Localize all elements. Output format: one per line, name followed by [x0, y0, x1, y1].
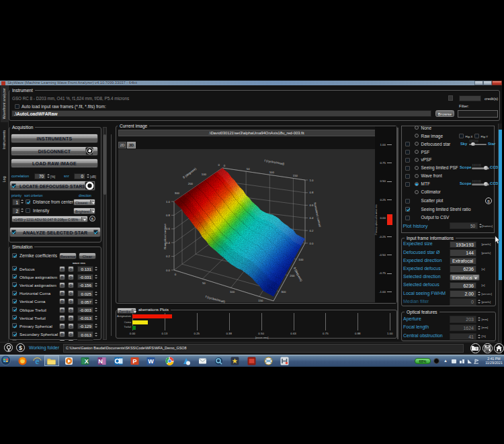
svg-text:0.8: 0.8 — [166, 214, 171, 217]
svg-text:0.2: 0.2 — [166, 255, 171, 258]
svg-text:0.2: 0.2 — [310, 229, 314, 232]
svg-text:0.0: 0.0 — [166, 269, 171, 272]
svg-text:Normalized contrast: Normalized contrast — [313, 202, 322, 228]
svg-text:θ (degrees): θ (degrees) — [182, 167, 197, 179]
svg-text:100: 100 — [230, 290, 235, 294]
svg-text:X: X — [85, 358, 89, 365]
svg-text:f (cycles/mrad): f (cycles/mrad) — [205, 295, 226, 304]
svg-text:0.6: 0.6 — [310, 204, 314, 207]
svg-text:100: 100 — [202, 173, 207, 176]
svg-text:300: 300 — [281, 290, 286, 294]
svg-text:W: W — [148, 358, 154, 365]
svg-text:N: N — [98, 358, 103, 365]
svg-text:0.6: 0.6 — [166, 227, 171, 230]
svg-text:0: 0 — [224, 164, 226, 167]
svg-text:150: 150 — [293, 174, 298, 177]
svg-text:50: 50 — [202, 281, 206, 285]
svg-text:200: 200 — [290, 274, 295, 277]
svg-text:100: 100 — [269, 171, 275, 174]
svg-text:1.0: 1.0 — [310, 179, 314, 182]
svg-text:1.0: 1.0 — [166, 200, 171, 204]
svg-text:0.8: 0.8 — [310, 191, 314, 194]
svg-text:Normalized contrast: Normalized contrast — [163, 224, 167, 249]
svg-text:300: 300 — [175, 191, 180, 195]
svg-text:0: 0 — [175, 273, 177, 276]
svg-text:0.4: 0.4 — [310, 216, 314, 220]
svg-text:100: 100 — [298, 258, 304, 261]
svg-text:150: 150 — [258, 299, 263, 302]
svg-text:0: 0 — [218, 163, 220, 167]
svg-text:200: 200 — [188, 182, 194, 185]
svg-text:0.0: 0.0 — [310, 242, 314, 245]
svg-text:f (cycles/mrad): f (cycles/mrad) — [264, 159, 285, 165]
svg-text:0.4: 0.4 — [166, 241, 171, 245]
svg-text:P: P — [132, 358, 136, 365]
svg-text:50: 50 — [247, 167, 250, 171]
